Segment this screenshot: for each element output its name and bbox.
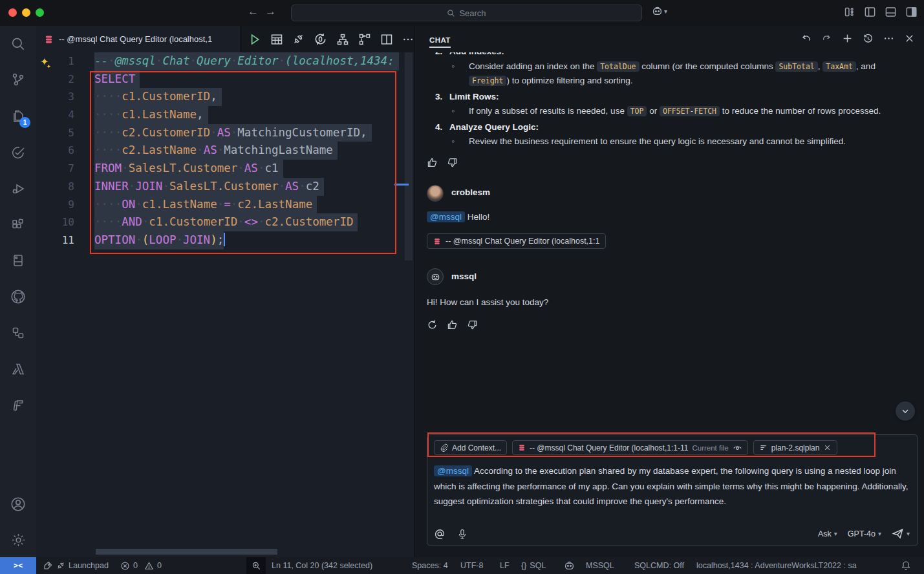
selected-text: ····AND·c1.CustomerID·<>·c2.CustomerID	[94, 213, 358, 231]
code-line[interactable]: 5····c2.CustomerID·AS·MatchingCustomerID…	[36, 124, 414, 142]
problems-status[interactable]: 0 0	[120, 557, 162, 574]
remote-indicator[interactable]: ><	[0, 557, 36, 574]
activity-fabric[interactable]	[0, 392, 36, 418]
estimated-plan-icon[interactable]	[336, 33, 349, 46]
retry-icon[interactable]	[427, 319, 438, 330]
zoom-in-icon	[252, 561, 261, 571]
editor-horizontal-scrollbar[interactable]	[96, 549, 277, 555]
redo-icon[interactable]	[821, 33, 832, 44]
activity-explorer[interactable]: 1	[0, 103, 36, 129]
mssql-status[interactable]: MSSQL	[586, 557, 614, 574]
mention-chip[interactable]: @mssql	[427, 211, 465, 222]
cursor-position-status[interactable]: Ln 11, Col 20 (342 selected)	[272, 557, 372, 574]
minimize-window-button[interactable]	[22, 8, 30, 17]
code-line[interactable]: 6····c2.LastName·AS·MatchingLastName	[36, 142, 414, 160]
history-icon[interactable]	[863, 33, 874, 44]
code-line[interactable]: 4····c1.LastName,	[36, 106, 414, 124]
indentation-status[interactable]: Spaces: 4	[412, 557, 448, 574]
thumbs-down-icon[interactable]	[447, 157, 458, 168]
model-dropdown[interactable]: GPT-4o▾	[848, 529, 881, 538]
more-icon[interactable]	[883, 33, 894, 44]
close-icon[interactable]	[904, 33, 915, 44]
notifications-bell[interactable]	[901, 557, 911, 574]
microphone-icon[interactable]	[457, 528, 467, 540]
message-attachment-chip[interactable]: -- @mssql Chat Query Editor (localhost,1…	[427, 233, 606, 249]
undo-icon[interactable]	[800, 33, 811, 44]
activity-run-debug[interactable]	[0, 176, 36, 202]
close-icon[interactable]	[823, 443, 832, 452]
inline-code: TaxAmt	[822, 61, 856, 72]
command-center-search[interactable]: Search	[291, 5, 642, 21]
toggle-primary-sidebar-icon[interactable]	[864, 6, 876, 18]
mode-dropdown[interactable]: Ask▾	[818, 529, 837, 538]
activity-query-history[interactable]	[0, 140, 36, 165]
sqlcmd-status[interactable]: SQLCMD: Off	[634, 557, 684, 574]
language-status[interactable]: {}SQL	[521, 557, 546, 574]
paperclip-icon	[440, 443, 448, 452]
split-editor-icon[interactable]	[380, 33, 393, 46]
code-line[interactable]: 3····c1.CustomerID,	[36, 88, 414, 106]
zoom-window-button[interactable]	[36, 8, 44, 17]
more-actions-icon[interactable]	[402, 34, 414, 45]
mention-icon[interactable]	[434, 528, 446, 540]
copilot-icon	[564, 560, 575, 571]
code-line[interactable]: 2SELECT	[36, 70, 414, 89]
text-run: column (or the computed columns	[639, 61, 776, 71]
plan-file-chip[interactable]: plan-2.sqlplan	[753, 440, 838, 455]
activity-settings[interactable]	[0, 527, 36, 553]
navigate-back-icon[interactable]: ←	[248, 5, 259, 18]
add-context-button[interactable]: Add Context...	[434, 440, 507, 455]
eye-icon[interactable]	[733, 443, 742, 452]
thumbs-up-icon[interactable]	[427, 157, 438, 168]
launchpad-status[interactable]: Launchpad	[43, 557, 109, 574]
code-line[interactable]: 1--·@mssql·Chat·Query·Editor·(localhost,…	[36, 52, 414, 70]
close-window-button[interactable]	[8, 8, 17, 17]
send-button[interactable]: ▾	[892, 527, 910, 540]
new-chat-icon[interactable]	[842, 33, 853, 44]
chat-input-box[interactable]: Add Context... -- @mssql Chat Query Edit…	[427, 434, 918, 546]
activity-search[interactable]	[0, 31, 36, 57]
encoding-status[interactable]: UTF-8	[460, 557, 483, 574]
thumbs-down-icon[interactable]	[467, 319, 478, 330]
text-run: Hello!	[465, 212, 489, 222]
scroll-to-bottom-button[interactable]	[896, 401, 915, 421]
tab-chat[interactable]: CHAT	[429, 36, 451, 48]
eol-status[interactable]: LF	[500, 557, 510, 574]
activity-azure[interactable]	[0, 356, 36, 382]
chat-input-text[interactable]: @mssql According to the execution plan s…	[434, 463, 914, 509]
navigate-forward-icon[interactable]: →	[265, 5, 276, 18]
activity-github[interactable]	[0, 284, 36, 310]
activity-object-explorer[interactable]	[0, 320, 36, 346]
thumbs-up-icon[interactable]	[447, 319, 458, 330]
toggle-secondary-sidebar-icon[interactable]	[905, 6, 918, 18]
code-line[interactable]: 11OPTION·(LOOP·JOIN);	[36, 231, 414, 250]
code-line[interactable]: 9····ON·c1.LastName·=·c2.LastName	[36, 196, 414, 214]
mention-chip[interactable]: @mssql	[434, 465, 472, 476]
editor-tab-bar: -- @mssql Chat Query Editor (localhost,1	[36, 26, 414, 52]
activity-accounts[interactable]	[0, 491, 36, 517]
editor-vertical-scrollbar[interactable]	[405, 52, 413, 260]
file-chip-suffix: Current file	[692, 444, 728, 452]
code-line[interactable]: 8INNER·JOIN·SalesLT.Customer·AS·c2	[36, 178, 414, 196]
current-file-chip[interactable]: -- @mssql Chat Query Editor (localhost,1…	[512, 440, 748, 455]
plan-chip-label: plan-2.sqlplan	[771, 443, 820, 452]
actual-plan-icon[interactable]	[358, 33, 371, 46]
code-editor[interactable]: 1--·@mssql·Chat·Query·Editor·(localhost,…	[36, 52, 414, 557]
zoom-widget[interactable]	[246, 557, 266, 574]
copilot-menu[interactable]: ▾	[652, 6, 667, 17]
disconnect-icon[interactable]	[292, 33, 305, 45]
activity-source-control[interactable]	[0, 67, 36, 92]
tab-mssql-chat-query-editor[interactable]: -- @mssql Chat Query Editor (localhost,1	[36, 26, 241, 52]
change-connection-icon[interactable]	[314, 32, 327, 46]
copilot-status[interactable]	[564, 557, 575, 574]
run-query-icon[interactable]	[248, 33, 261, 46]
activity-database-projects[interactable]	[0, 248, 36, 273]
code-line[interactable]: 7FROM·SalesLT.Customer·AS·c1	[36, 160, 414, 178]
connection-status[interactable]: localhost,1434 : AdventureWorksLT2022 : …	[696, 557, 857, 574]
customize-layout-icon[interactable]	[843, 6, 855, 18]
results-grid-icon[interactable]	[270, 33, 283, 46]
code-line[interactable]: 10····AND·c1.CustomerID·<>·c2.CustomerID	[36, 213, 414, 231]
toggle-panel-icon[interactable]	[885, 6, 897, 18]
activity-extensions[interactable]	[0, 212, 36, 238]
copilot-sparkle-icon[interactable]: ✦✦	[40, 56, 54, 68]
